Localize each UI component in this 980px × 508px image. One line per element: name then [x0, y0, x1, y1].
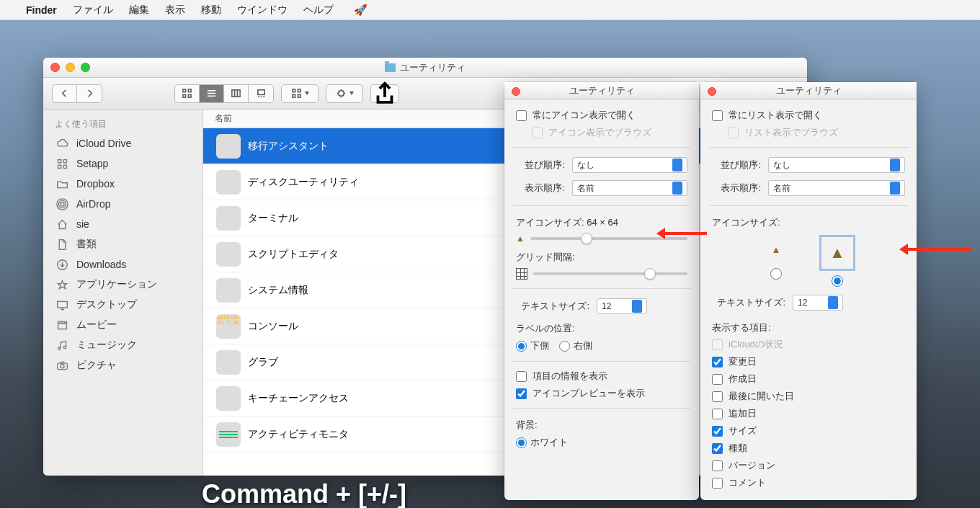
menu-go[interactable]: 移動	[201, 4, 221, 17]
sidebar-item-doc[interactable]: 書類	[43, 234, 202, 254]
zoom-button[interactable]	[81, 63, 90, 72]
text-size-row: テキストサイズ:12	[516, 295, 687, 318]
grid-slider[interactable]	[516, 265, 687, 282]
show-select[interactable]: 名前	[572, 180, 687, 196]
doc-icon	[55, 238, 69, 251]
show-item-check: iCloudの状況	[712, 336, 905, 353]
shortcut-caption: Command + [+/-]	[202, 479, 406, 508]
minimize-button[interactable]	[66, 63, 75, 72]
window-title: ユーティリティ	[400, 61, 466, 74]
svg-rect-2	[183, 94, 186, 97]
svg-rect-8	[292, 94, 295, 97]
icon-size-picker: ▲ ▲	[712, 231, 905, 291]
app-icon	[216, 386, 241, 411]
app-icon: WARNING AY 7:36	[216, 314, 241, 339]
always-icon-check: 常にアイコン表示で開く	[516, 107, 687, 124]
svg-point-22	[63, 346, 66, 348]
view-options-icon: ユーティリティ 常にアイコン表示で開く アイコン表示でブラウズ 並び順序:なし …	[504, 82, 699, 500]
svg-point-16	[58, 200, 66, 208]
show-item-check: 変更日	[712, 353, 905, 370]
menu-file[interactable]: ファイル	[73, 4, 113, 17]
group-dropdown[interactable]	[281, 84, 318, 103]
action-dropdown[interactable]	[326, 84, 363, 103]
home-icon	[55, 218, 69, 231]
sidebar-item-home[interactable]: sie	[43, 214, 202, 234]
forward-button[interactable]	[77, 85, 102, 102]
svg-rect-13	[58, 165, 61, 168]
sidebar-item-download[interactable]: Downloads	[43, 254, 202, 275]
panel1-close[interactable]	[512, 87, 520, 96]
browse-icon-check: アイコン表示でブラウズ	[516, 124, 687, 141]
svg-rect-14	[63, 165, 66, 168]
sort-row: 並び順序:なし	[516, 153, 687, 177]
pos-right: 右側	[559, 339, 592, 352]
show-info-check: 項目の情報を表示	[516, 367, 687, 385]
panel2-titlebar[interactable]: ユーティリティ	[700, 82, 917, 99]
close-button[interactable]	[50, 63, 60, 72]
grid-icon	[55, 157, 69, 170]
sidebar-item-apps[interactable]: アプリケーション	[43, 275, 202, 295]
apps-icon	[55, 278, 69, 291]
sidebar-item-airdrop[interactable]: AirDrop	[43, 194, 202, 214]
app-icon	[216, 170, 241, 195]
back-button[interactable]	[53, 85, 77, 102]
icon-size-small[interactable]	[770, 268, 782, 280]
svg-rect-4	[232, 90, 240, 97]
sidebar-item-movie[interactable]: ムービー	[43, 315, 202, 335]
sidebar-item-desktop[interactable]: デスクトップ	[43, 295, 202, 315]
menu-edit[interactable]: 編集	[129, 4, 149, 17]
menu-window[interactable]: ウインドウ	[237, 4, 288, 17]
sidebar-item-grid[interactable]: Setapp	[43, 153, 202, 174]
app-icon	[216, 350, 241, 375]
share-button[interactable]	[370, 84, 399, 103]
sidebar-item-folder[interactable]: Dropbox	[43, 174, 202, 194]
menu-view[interactable]: 表示	[165, 4, 185, 17]
menu-help[interactable]: ヘルプ	[303, 4, 334, 17]
view-options-list: ユーティリティ 常にリスト表示で開く リスト表示でブラウズ 並び順序:なし 表示…	[700, 82, 917, 500]
folder-icon	[385, 63, 396, 72]
view-switcher	[174, 84, 274, 103]
sidebar-item-camera[interactable]: ピクチャ	[43, 355, 202, 375]
app-icon	[216, 134, 241, 159]
app-icon	[216, 422, 241, 447]
titlebar[interactable]: ユーティリティ	[43, 58, 807, 78]
icon-size-large[interactable]	[832, 275, 843, 287]
sidebar: よく使う項目 iCloud DriveSetappDropboxAirDrops…	[43, 110, 203, 476]
app-icon	[216, 242, 241, 267]
show-select-2[interactable]: 名前	[768, 180, 905, 196]
app-name[interactable]: Finder	[26, 4, 57, 16]
camera-icon	[55, 359, 69, 372]
sort-select[interactable]: なし	[572, 157, 687, 173]
text-size-select-2[interactable]: 12	[793, 295, 843, 311]
show-item-check: サイズ	[712, 422, 905, 440]
airdrop-icon	[55, 197, 69, 210]
svg-rect-19	[57, 301, 67, 308]
show-item-check: 種類	[712, 440, 905, 457]
icon-preview-check: アイコンプレビューを表示	[516, 385, 687, 402]
svg-rect-7	[298, 89, 300, 92]
cloud-icon	[55, 137, 69, 150]
svg-point-24	[60, 364, 63, 367]
icon-view-button[interactable]	[175, 85, 200, 102]
rocket-icon[interactable]: 🚀	[354, 4, 368, 17]
sidebar-item-music[interactable]: ミュージック	[43, 335, 202, 355]
sidebar-item-cloud[interactable]: iCloud Drive	[43, 133, 202, 153]
show-row: 表示順序:名前	[516, 177, 687, 200]
panel2-close[interactable]	[708, 87, 716, 96]
text-size-select[interactable]: 12	[597, 298, 647, 314]
show-item-check: 追加日	[712, 405, 905, 422]
panel1-titlebar[interactable]: ユーティリティ	[504, 82, 699, 99]
sidebar-header: よく使う項目	[43, 114, 202, 133]
svg-rect-6	[292, 89, 295, 92]
column-view-button[interactable]	[224, 85, 249, 102]
list-view-button[interactable]	[200, 85, 224, 102]
sort-select-2[interactable]: なし	[768, 157, 905, 173]
svg-point-15	[60, 202, 63, 205]
gallery-view-button[interactable]	[249, 85, 273, 102]
app-icon	[216, 278, 241, 303]
menubar: Finder ファイル 編集 表示 移動 ウインドウ ヘルプ 🚀	[0, 0, 980, 20]
nav-buttons	[52, 84, 102, 103]
music-icon	[55, 339, 69, 352]
svg-rect-5	[257, 90, 264, 95]
svg-rect-1	[188, 89, 191, 92]
